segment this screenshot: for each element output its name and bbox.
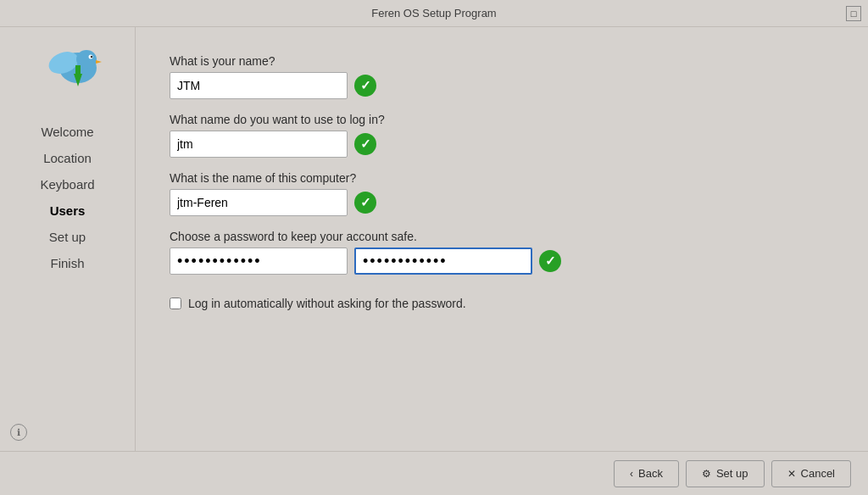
login-input[interactable]	[170, 131, 348, 158]
sidebar-item-users[interactable]: Users	[0, 197, 135, 224]
password-confirm-input[interactable]	[354, 248, 532, 275]
info-button[interactable]: ℹ	[10, 424, 27, 441]
computer-valid-icon	[354, 192, 376, 214]
setup-icon: ⚙	[702, 468, 711, 480]
sidebar: Welcome Location Keyboard Users Set up F…	[0, 27, 136, 451]
main-content: Welcome Location Keyboard Users Set up F…	[0, 27, 868, 451]
back-icon: ‹	[630, 468, 633, 480]
computer-input[interactable]	[170, 189, 348, 216]
sidebar-item-keyboard[interactable]: Keyboard	[0, 171, 135, 197]
password-input[interactable]	[170, 248, 348, 275]
window-title: Feren OS Setup Program	[371, 7, 496, 19]
sidebar-item-setup[interactable]: Set up	[0, 224, 135, 250]
password-group: Choose a password to keep your account s…	[170, 230, 834, 275]
computer-label: What is the name of this computer?	[170, 171, 834, 185]
sidebar-item-welcome[interactable]: Welcome	[0, 119, 135, 145]
form-area: What is your name? What name do you want…	[136, 27, 868, 451]
app-logo	[34, 44, 102, 103]
svg-marker-5	[96, 60, 102, 64]
login-valid-icon	[354, 133, 376, 155]
name-group: What is your name?	[170, 54, 834, 99]
back-button[interactable]: ‹ Back	[614, 460, 679, 487]
sidebar-item-finish[interactable]: Finish	[0, 250, 135, 276]
login-group: What name do you want to use to log in?	[170, 113, 834, 158]
name-valid-icon	[354, 75, 376, 97]
password-valid-icon	[539, 250, 561, 272]
autologin-checkbox[interactable]	[170, 298, 181, 309]
password-input-row	[170, 248, 834, 275]
name-input[interactable]	[170, 72, 348, 99]
cancel-icon: ✕	[787, 468, 796, 480]
name-label: What is your name?	[170, 54, 834, 68]
titlebar: Feren OS Setup Program □	[0, 0, 868, 27]
autologin-label[interactable]: Log in automatically without asking for …	[188, 297, 466, 310]
autologin-row: Log in automatically without asking for …	[170, 297, 834, 310]
window-controls: □	[846, 6, 861, 21]
svg-point-4	[90, 56, 92, 58]
setup-button[interactable]: ⚙ Set up	[686, 460, 765, 487]
password-label: Choose a password to keep your account s…	[170, 230, 834, 243]
name-input-row	[170, 72, 834, 99]
computer-input-row	[170, 189, 834, 216]
svg-rect-7	[75, 65, 81, 79]
login-input-row	[170, 131, 834, 158]
maximize-button[interactable]: □	[846, 6, 861, 21]
login-label: What name do you want to use to log in?	[170, 113, 834, 126]
bottom-bar: ‹ Back ⚙ Set up ✕ Cancel	[0, 451, 868, 495]
sidebar-nav: Welcome Location Keyboard Users Set up F…	[0, 119, 135, 276]
sidebar-item-location[interactable]: Location	[0, 145, 135, 171]
computer-group: What is the name of this computer?	[170, 171, 834, 216]
cancel-button[interactable]: ✕ Cancel	[771, 460, 851, 487]
